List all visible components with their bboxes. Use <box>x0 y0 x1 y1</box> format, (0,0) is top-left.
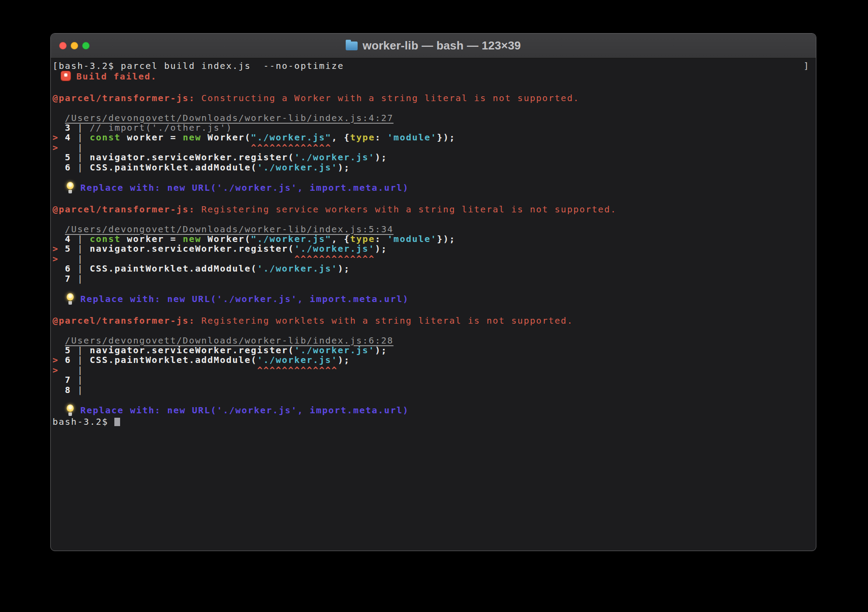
text-segment: type <box>350 234 375 244</box>
text-segment: > <box>53 142 59 153</box>
terminal-line <box>53 83 813 93</box>
text-segment: ^^^^^^^^^^^^^ <box>251 142 332 153</box>
text-segment: './worker.js' <box>294 345 375 355</box>
text-segment: CSS.paintWorklet.addModule( <box>90 263 257 274</box>
text-segment: | <box>77 263 90 274</box>
text-segment: > <box>53 355 59 365</box>
text-segment: navigator.serviceWorker.register( <box>90 345 294 355</box>
terminal-line <box>53 194 813 204</box>
terminal-line: 6 | CSS.paintWorklet.addModule('./worker… <box>53 162 813 172</box>
bulb-icon <box>66 404 75 416</box>
text-segment <box>53 405 65 416</box>
text-segment: worker = <box>121 234 182 244</box>
terminal-line: > 5 | navigator.serviceWorker.register('… <box>53 244 813 253</box>
terminal-line: 3 | // import('./other.js') <box>53 123 813 132</box>
text-segment: 3 <box>53 122 77 133</box>
text-segment: | <box>77 142 90 153</box>
terminal-line: /Users/devongovett/Downloads/worker-lib/… <box>53 224 813 234</box>
terminal-line: 8 | <box>53 385 813 395</box>
terminal-line <box>53 325 813 335</box>
text-segment: | <box>77 243 90 254</box>
text-segment: | <box>77 122 90 133</box>
text-segment: 5 <box>59 243 77 254</box>
text-segment: | <box>77 234 90 244</box>
close-button[interactable] <box>59 42 67 49</box>
text-segment: 6 <box>53 162 77 173</box>
text-segment: type <box>350 132 375 143</box>
terminal-line: > 6 | CSS.paintWorklet.addModule('./work… <box>53 355 813 365</box>
text-segment: CSS.paintWorklet.addModule( <box>90 355 257 365</box>
text-segment: 7 <box>53 374 77 385</box>
terminal-window: worker-lib — bash — 123×39 [bash-3.2$ pa… <box>50 33 816 551</box>
alarm-icon <box>60 71 71 81</box>
text-segment: 4 <box>53 234 77 244</box>
text-segment: /Users/devongovett/Downloads/worker-lib/… <box>65 335 393 346</box>
terminal-line: Replace with: new URL('./worker.js', imp… <box>53 293 813 306</box>
terminal-line <box>53 214 813 224</box>
text-segment: | <box>77 152 90 162</box>
terminal-line: @parcel/transformer-js: Registering work… <box>53 316 813 325</box>
terminal-line: /Users/devongovett/Downloads/worker-lib/… <box>53 336 813 345</box>
terminal-line: /Users/devongovett/Downloads/worker-lib/… <box>53 113 813 123</box>
text-segment: ); <box>375 345 387 355</box>
title-bar[interactable]: worker-lib — bash — 123×39 <box>51 34 816 58</box>
text-segment <box>90 142 251 153</box>
text-segment: './worker.js' <box>257 263 338 274</box>
terminal-line: 7 | <box>53 274 813 283</box>
text-segment: @parcel/transformer-js: <box>53 204 195 215</box>
text-segment: > <box>53 243 59 254</box>
text-segment: | <box>77 273 83 284</box>
text-segment: }); <box>437 234 456 244</box>
window-title: worker-lib — bash — 123×39 <box>346 39 521 53</box>
terminal-output[interactable]: [bash-3.2$ parcel build index.js --no-op… <box>51 58 816 551</box>
terminal-line <box>53 306 813 315</box>
text-segment: // import('./other.js') <box>90 122 232 133</box>
terminal-line: 7 | <box>53 375 813 385</box>
terminal-line: > | ^^^^^^^^^^^^^ <box>53 143 813 152</box>
text-segment: | <box>77 385 83 395</box>
terminal-line <box>53 283 813 293</box>
text-segment: ); <box>338 263 350 274</box>
text-segment: Replace with: new URL('./worker.js', imp… <box>80 294 409 304</box>
terminal-line <box>53 172 813 182</box>
terminal-line: > | ^^^^^^^^^^^^^ <box>53 254 813 264</box>
text-segment: | <box>77 253 90 264</box>
text-segment: | <box>77 132 90 143</box>
text-segment: ); <box>338 162 350 173</box>
text-segment: navigator.serviceWorker.register( <box>90 152 294 162</box>
terminal-line: bash-3.2$ <box>53 417 813 427</box>
text-segment: Worker( <box>201 132 251 143</box>
text-segment: './worker.js' <box>257 355 338 365</box>
text-segment: bash-3.2$ <box>53 416 114 427</box>
text-segment: 7 <box>53 273 77 284</box>
text-segment: CSS.paintWorklet.addModule( <box>90 162 257 173</box>
text-segment: ); <box>338 355 350 365</box>
terminal-line: Build failed. <box>53 71 813 83</box>
text-segment: > <box>53 132 59 143</box>
text-segment: './worker.js' <box>257 162 338 173</box>
text-segment: 'module' <box>387 132 437 143</box>
terminal-line <box>53 395 813 404</box>
text-segment <box>59 365 77 375</box>
text-segment: 6 <box>53 263 77 274</box>
zoom-button[interactable] <box>82 42 90 49</box>
text-segment <box>53 224 65 234</box>
text-segment: ); <box>375 152 387 162</box>
text-segment <box>90 365 257 375</box>
text-segment: "./worker.js" <box>251 234 332 244</box>
terminal-line: Replace with: new URL('./worker.js', imp… <box>53 182 813 194</box>
text-segment: : <box>375 234 387 244</box>
terminal-line: 6 | CSS.paintWorklet.addModule('./worker… <box>53 264 813 273</box>
text-segment: }); <box>437 132 456 143</box>
text-segment: Replace with: new URL('./worker.js', imp… <box>80 182 409 193</box>
text-segment: worker = <box>121 132 182 143</box>
text-segment: , { <box>332 234 350 244</box>
text-segment: 6 <box>59 355 77 365</box>
text-segment: 'module' <box>387 234 437 244</box>
text-segment: 4 <box>59 132 77 143</box>
minimize-button[interactable] <box>71 42 78 49</box>
text-segment: './worker.js' <box>294 243 375 254</box>
text-segment: > <box>53 365 59 375</box>
text-segment: @parcel/transformer-js: <box>53 93 195 103</box>
text-segment: /Users/devongovett/Downloads/worker-lib/… <box>65 224 393 234</box>
